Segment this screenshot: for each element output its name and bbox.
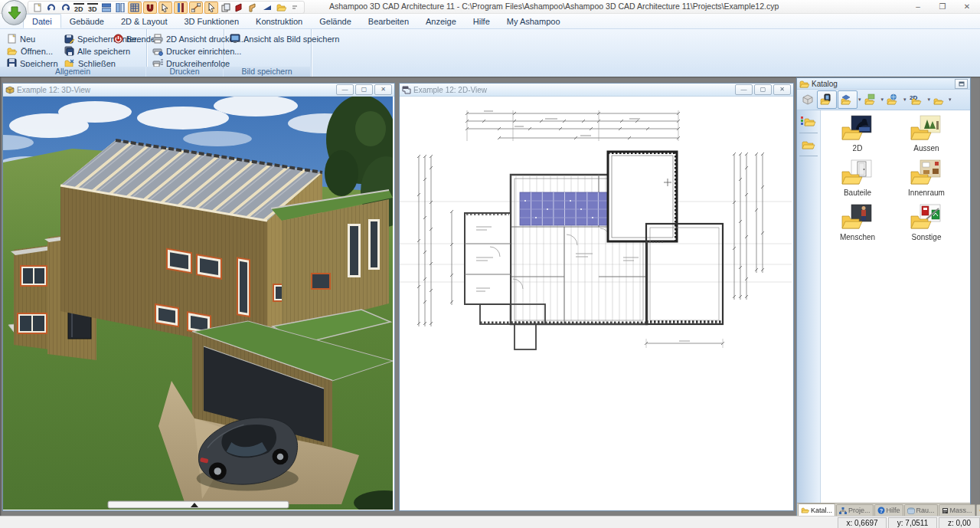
wall-corner-icon[interactable] [247,2,260,13]
2d-close-button[interactable]: ✕ [773,84,791,95]
catalog-objects-icon[interactable] [817,90,837,109]
3d-viewport-canvas[interactable] [3,97,393,510]
catalog-textures-icon[interactable] [862,91,880,108]
window-3d-view: Example 12: 3D-View — ▢ ✕ [2,83,395,511]
app-logo[interactable] [2,0,27,25]
save-all-icon [64,46,74,56]
window-2d-view: Example 12: 2D-View — ▢ ✕ [399,83,794,511]
tab-hilfe-panel[interactable]: ? Hilfe [874,504,903,516]
toolbar-overflow-icon[interactable] [289,2,301,13]
catalog-materials-icon[interactable] [838,90,858,109]
svg-text:2D: 2D [74,5,83,12]
2d-view-title: Example 12: 2D-View [413,86,487,94]
3d-maximize-button[interactable]: ▢ [355,84,373,95]
minimize-button[interactable]: – [908,1,928,12]
catalog-box-icon[interactable] [799,91,816,108]
tab-katalog[interactable]: Katal... [798,503,835,516]
tab-pv-studio[interactable]: PV-S... [976,504,980,516]
catalog-tab-strip: Katal... Proje... ? Hilfe Rau... Mass...… [797,503,970,516]
catalog-side-strip [797,110,821,503]
select-element-icon[interactable] [158,2,172,14]
catalog-item-sonstige[interactable]: Sonstige [894,204,959,241]
tab-3d-funktionen[interactable]: 3D Funktionen [176,15,248,28]
neu-button[interactable]: Neu [7,34,35,44]
parallel-walls-icon[interactable] [174,2,188,14]
cursor-icon[interactable] [204,2,218,14]
tab-anzeige[interactable]: Anzeige [417,15,465,28]
close-button[interactable]: ✕ [957,1,977,12]
ribbon-group-drucken: 2D Ansicht drucken... Drucker einrichten… [146,29,224,77]
2d-view-titlebar[interactable]: Example 12: 2D-View — ▢ ✕ [400,84,793,97]
dropdown-dot: ▾ [903,97,906,103]
tab-bearbeiten[interactable]: Bearbeiten [360,15,417,28]
tab-konstruktion[interactable]: Konstruktion [247,15,311,28]
svg-text:3D: 3D [88,5,97,12]
projekt-tab-icon [839,507,847,514]
2d-viewport-canvas[interactable] [400,97,792,510]
ansicht-als-bild-button[interactable]: Ansicht als Bild speichern [230,34,339,44]
alle-speichern-button[interactable]: Alle speichern [64,46,130,56]
masse-tab-icon [942,507,949,514]
catalog-item-aussen[interactable]: Aussen [894,115,959,152]
dropdown-dot: ▾ [949,97,952,103]
2d-minimize-button[interactable]: — [735,84,753,95]
3d-minimize-button[interactable]: — [336,84,354,95]
grid-snap-icon[interactable] [128,2,142,14]
catalog-more-icon[interactable] [931,91,948,108]
restore-button[interactable]: ❐ [933,1,952,12]
split-horizontal-icon[interactable] [100,2,113,13]
catalog-group-folder-icon[interactable] [800,138,817,151]
wing-window [17,313,47,334]
tab-gelaende[interactable]: Gelände [311,15,360,28]
bauteile-category-icon [841,159,874,187]
copy-element-icon[interactable] [220,2,232,13]
view-2d-icon[interactable]: 2D [73,2,85,13]
layers-icon[interactable] [275,2,287,13]
tab-masse[interactable]: Mass... [939,504,975,516]
group-caption-allgemein: Allgemein [0,67,145,77]
printer-setup-icon [152,46,163,56]
dimension-bottom [645,339,724,348]
3d-view-titlebar[interactable]: Example 12: 3D-View — ▢ ✕ [3,84,394,97]
3d-view-title: Example 12: 3D-View [17,86,90,94]
catalog-toolbar: ▾ ▾ ▾ 2D ▾ ▾ [797,90,970,110]
new-file-icon[interactable] [31,2,44,13]
catalog-float-button[interactable] [955,79,968,89]
2d-maximize-button[interactable]: ▢ [754,84,772,95]
catalog-title: Katalog [812,80,838,88]
catalog-item-innenraum[interactable]: Innenraum [894,159,959,197]
catalog-internet-icon[interactable] [884,91,903,108]
tab-my-ashampoo[interactable]: My Ashampoo [498,15,569,28]
tab-gebaeude[interactable]: Gebäude [61,15,113,28]
ribbon: Neu Öffnen... Speichern Speichern unter.… [0,28,980,78]
catalog-2d-icon[interactable]: 2D [907,91,927,108]
catalog-item-bauteile[interactable]: Bauteile [825,159,890,197]
ribbon-tab-row: DateiGebäude2D & Layout3D FunktionenKons… [0,14,980,28]
dimension-chain-right [733,152,764,300]
catalog-group-all-icon[interactable] [800,115,817,128]
catalog-item-2d[interactable]: 2D [825,115,890,152]
dimension-chain-left [417,155,453,326]
undo-icon[interactable] [45,2,57,13]
redo-icon[interactable] [59,2,71,13]
magnet-snap-icon[interactable] [143,2,157,14]
tab-datei[interactable]: Datei [23,14,61,28]
3d-view-slider[interactable] [108,501,289,508]
status-x-coordinate: x: 0,6697 [838,517,887,528]
tab-hilfe[interactable]: Hilfe [465,15,498,28]
floor-plan-building [465,152,724,349]
view-3d-icon[interactable]: 3D [87,2,99,13]
roof-wedge-icon[interactable] [261,2,273,13]
3d-close-button[interactable]: ✕ [374,84,392,95]
split-vertical-icon[interactable] [114,2,126,13]
tab-projekt[interactable]: Proje... [836,504,874,516]
wall-tool-icon[interactable] [234,2,246,13]
dropdown-dot: ▾ [858,97,861,103]
tab-2d-layout[interactable]: 2D & Layout [113,15,176,28]
catalog-panel: Katalog ▾ ▾ ▾ 2D ▾ ▾ [796,77,971,517]
catalog-item-menschen[interactable]: Menschen [825,204,890,241]
edit-points-icon[interactable] [189,2,203,14]
ashampoo-arrow-icon [8,6,21,20]
oeffnen-button[interactable]: Öffnen... [7,46,53,56]
tab-raeume[interactable]: Rau... [904,504,938,516]
